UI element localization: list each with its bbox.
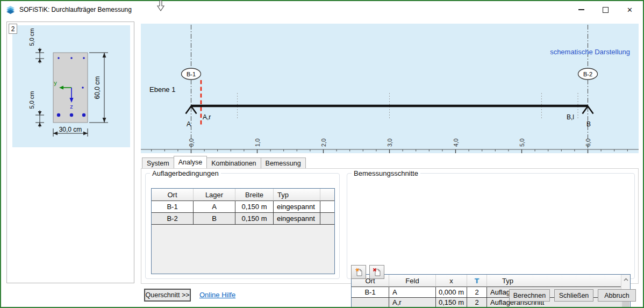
schliessen-button[interactable]: Schließen [554, 289, 593, 302]
svg-text:1,0: 1,0 [254, 139, 261, 147]
tab-system[interactable]: System [142, 157, 174, 168]
svg-text:6,0: 6,0 [585, 139, 591, 147]
ruler-labels: 0,0 1,0 2,0 3,0 4,0 5,0 6,0 [188, 139, 591, 147]
sections-table-header: Ort Feld x T Typ [352, 275, 621, 287]
svg-text:2,0: 2,0 [320, 139, 327, 147]
querschnitt-button[interactable]: Querschnitt >> [144, 289, 191, 302]
berechnen-button[interactable]: Berechnen [509, 289, 550, 302]
svg-text:3,0: 3,0 [387, 139, 393, 147]
titlebar[interactable]: SOFiSTiK: Durchlaufträger Bemessung ✕ [1, 1, 643, 18]
mouse-cursor-down-arrow-icon [156, 0, 166, 12]
bottom-cover-label: 5,0 cm [28, 91, 35, 109]
scroll-up-icon[interactable] [621, 275, 630, 284]
online-help-link[interactable]: Online Hilfe [199, 291, 235, 299]
support-table-header: Ort Lager Breite Typ [152, 189, 334, 201]
tab-analyse[interactable]: Analyse [174, 156, 207, 168]
svg-text:y: y [54, 80, 57, 86]
add-section-button[interactable] [351, 265, 366, 279]
minimize-icon [578, 9, 584, 10]
support-table: Ort Lager Breite Typ B-1 A 0,150 m einge… [151, 188, 335, 274]
abbruch-button[interactable]: Abbruch [598, 289, 636, 302]
support-table-row[interactable]: B-2 B 0,150 m eingespannt [152, 213, 334, 225]
sections-table-toolbar [351, 265, 384, 279]
sofistik-logo-icon [6, 6, 15, 14]
svg-text:0,0: 0,0 [188, 139, 195, 147]
groupbox-title: Auflagerbedingungen [150, 169, 221, 177]
groupbox-title: Bemessungsschnitte [352, 169, 420, 177]
level-label: Ebene 1 [149, 85, 175, 94]
section-preview-panel: 2 y [6, 22, 134, 283]
cut-bl-label: B,l [567, 113, 574, 121]
tab-bemessung[interactable]: Bemessung [261, 157, 306, 168]
delete-section-button[interactable] [369, 265, 384, 279]
close-button[interactable]: ✕ [618, 2, 642, 18]
design-section-lines [201, 80, 578, 125]
beam-diagram: B-1 B-2 Ebene 1 schematische Darstellung… [141, 24, 639, 153]
section-number-badge: 2 [9, 24, 17, 34]
new-row-icon [354, 268, 363, 277]
axis-bubble-b2-label: B-2 [583, 71, 592, 77]
dialog-window: SOFiSTiK: Durchlaufträger Bemessung ✕ 2 [0, 0, 644, 308]
support-a-label: A [187, 120, 191, 128]
delete-row-icon [373, 268, 382, 277]
width-label: 30,0 cm [59, 126, 82, 133]
t-beam-section-icon: T [475, 277, 479, 285]
window-title: SOFiSTiK: Durchlaufträger Bemessung [19, 6, 132, 13]
svg-text:5,0: 5,0 [519, 139, 525, 147]
system-preview-panel: B-1 B-2 Ebene 1 schematische Darstellung… [141, 24, 639, 153]
window-controls: ✕ [569, 2, 642, 18]
maximize-button[interactable] [593, 2, 618, 18]
support-table-row[interactable]: B-1 A 0,150 m eingespannt [152, 201, 334, 213]
cut-ar-label: A,r [203, 113, 211, 121]
support-b-label: B [586, 120, 591, 128]
cross-section-canvas: y z 60,0 cm [12, 25, 130, 147]
ruler-ticks [141, 149, 639, 153]
height-label: 60,0 cm [94, 76, 101, 99]
minimize-button[interactable] [569, 2, 593, 18]
tab-strip: System Analyse Kombinationen Bemessung [142, 156, 305, 168]
watermark-label: schematische Darstellung [550, 48, 630, 56]
tab-kombinationen[interactable]: Kombinationen [206, 157, 261, 168]
axis-bubble-b1-label: B-1 [187, 71, 196, 77]
cross-section-drawing: y z 60,0 cm [12, 25, 130, 147]
svg-text:z: z [70, 103, 73, 110]
groupbox-bemessungsschnitte: Bemessungsschnitte [347, 173, 635, 279]
close-icon: ✕ [627, 6, 633, 14]
maximize-icon [603, 7, 609, 13]
svg-text:4,0: 4,0 [453, 139, 459, 147]
top-cover-label: 5,0 cm [28, 28, 35, 46]
